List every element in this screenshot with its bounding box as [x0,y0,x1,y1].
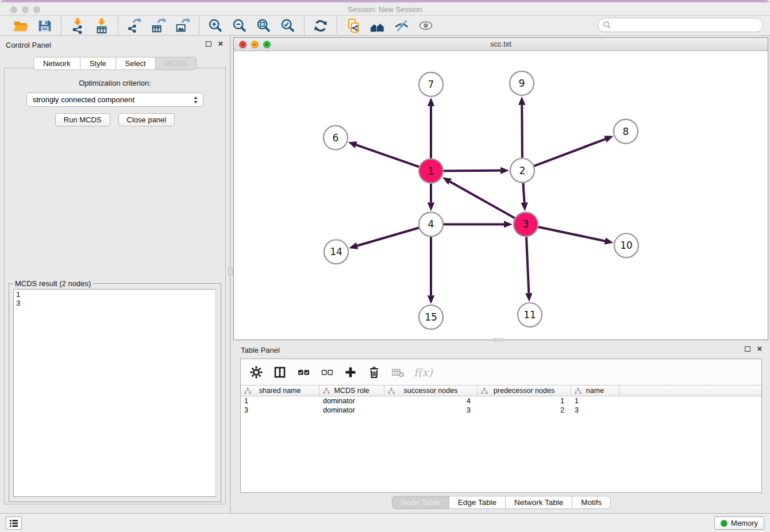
tab-mcds[interactable]: MCDS [156,57,197,70]
graph-node-4[interactable]: 4 [419,212,443,236]
graph-node-3[interactable]: 3 [514,212,538,236]
edge-1-to-6[interactable] [348,141,419,167]
network-window-titlebar[interactable]: × − + scc.txt [234,38,768,51]
edge-1-to-7[interactable] [428,98,434,159]
edge-4-to-15[interactable] [428,237,434,304]
float-panel-icon[interactable] [206,41,211,47]
run-mcds-button[interactable]: Run MCDS [55,113,110,126]
app-close-button[interactable] [10,6,17,13]
mcds-result-textarea[interactable]: 1 3 [13,289,217,497]
close-panel-icon[interactable]: × [218,39,223,48]
gear-button[interactable] [249,365,264,380]
app-minimize-button[interactable] [22,6,29,13]
column-header-predecessor-nodes[interactable]: predecessor nodes [478,385,571,396]
save-button[interactable] [36,17,53,34]
window-top-accent [0,0,770,2]
search-input[interactable] [611,20,763,31]
table-cell[interactable]: 3 [241,406,319,415]
edge-1-to-2[interactable] [444,167,509,174]
column-header-MCDS-role[interactable]: MCDS role [319,385,384,396]
graph-node-6[interactable]: 6 [324,126,348,150]
network-zoom-button[interactable]: + [263,41,271,48]
deselect-all-button[interactable] [319,365,334,380]
search-box[interactable] [598,18,763,32]
edge-2-to-9[interactable] [518,97,525,158]
show-all-button[interactable] [417,17,434,34]
import-table-button[interactable] [93,17,110,34]
column-header-shared-name[interactable]: shared name [241,385,319,396]
edge-3-to-10[interactable] [538,227,614,245]
table-row[interactable]: 1dominator411 [241,396,761,406]
graph-node-15[interactable]: 15 [419,305,443,329]
table-cell[interactable]: 3 [571,406,619,415]
graph-node-9[interactable]: 9 [510,71,534,95]
table-row[interactable]: 3dominator323 [241,406,761,415]
graph-node-8[interactable]: 8 [614,119,638,144]
split-columns-button[interactable] [272,365,287,380]
graph-node-14[interactable]: 14 [324,240,348,264]
tab-select[interactable]: Select [116,57,156,70]
refresh-button[interactable] [312,17,329,34]
table-cell[interactable]: 3 [384,406,478,415]
add-row-button[interactable] [343,365,358,380]
close-table-panel-icon[interactable]: × [757,344,762,353]
table-cell[interactable]: 2 [478,406,571,415]
svg-text:7: 7 [428,79,434,90]
graph-node-7[interactable]: 7 [419,72,443,97]
edge-3-to-11[interactable] [525,237,532,302]
graph-node-2[interactable]: 2 [510,159,534,183]
table-cell[interactable]: dominator [319,396,384,406]
column-header-name[interactable]: name [571,385,619,396]
network-close-button[interactable]: × [239,41,247,48]
first-neighbors-button[interactable] [369,17,386,34]
tab-network-table[interactable]: Network Table [506,496,572,509]
table-cell[interactable]: 1 [241,396,319,406]
network-canvas[interactable]: 1234678910111415 [234,52,768,340]
network-graph[interactable]: 1234678910111415 [234,52,768,340]
graph-node-10[interactable]: 10 [614,233,638,257]
table-cell[interactable]: dominator [319,406,384,415]
optimization-criterion-select[interactable]: strongly connected component [26,92,203,107]
edge-2-to-8[interactable] [534,136,614,165]
table-cell[interactable]: 4 [384,396,478,406]
edge-1-to-4[interactable] [428,184,434,211]
zoom-selected-button[interactable] [279,17,297,34]
table-header-row[interactable]: shared nameMCDS rolesuccessor nodesprede… [241,385,761,396]
network-window-controls[interactable]: × − + [239,41,271,48]
export-table-button[interactable] [150,17,167,34]
graph-node-11[interactable]: 11 [518,303,542,327]
duplicate-network-button[interactable] [345,17,362,34]
select-all-button[interactable] [296,365,311,380]
network-minimize-button[interactable]: − [251,41,259,48]
hide-selected-button[interactable] [393,17,410,34]
tab-network[interactable]: Network [33,57,80,70]
edge-2-to-3[interactable] [521,183,528,211]
export-network-button[interactable] [126,17,143,34]
tab-motifs[interactable]: Motifs [572,496,611,509]
zoom-in-button[interactable] [207,17,224,34]
table-cell[interactable]: 1 [478,396,571,406]
graph-node-1[interactable]: 1 [419,159,443,183]
tab-style[interactable]: Style [80,57,116,70]
edge-4-to-3[interactable] [444,221,513,228]
column-header-successor-nodes[interactable]: successor nodes [384,385,478,396]
delete-row-button[interactable] [367,365,382,380]
zoom-out-button[interactable] [231,17,248,34]
tab-node-table[interactable]: Node Table [392,496,449,509]
task-history-button[interactable] [6,516,22,530]
vertical-splitter-grip[interactable] [228,268,233,275]
memory-button[interactable]: Memory [714,516,764,530]
edge-3-to-1[interactable] [442,178,515,218]
app-window-controls[interactable] [10,6,40,13]
close-panel-button[interactable]: Close panel [118,113,175,126]
float-table-panel-icon[interactable] [745,346,750,352]
first-neighbors-icon [369,18,386,34]
edge-4-to-14[interactable] [349,228,419,249]
table-cell[interactable]: 1 [571,396,619,406]
import-network-button[interactable] [69,17,86,34]
zoom-fit-button[interactable] [255,17,272,34]
open-folder-button[interactable] [12,17,29,34]
tab-edge-table[interactable]: Edge Table [449,496,506,509]
export-image-button[interactable] [174,17,191,34]
app-zoom-button[interactable] [33,6,40,13]
